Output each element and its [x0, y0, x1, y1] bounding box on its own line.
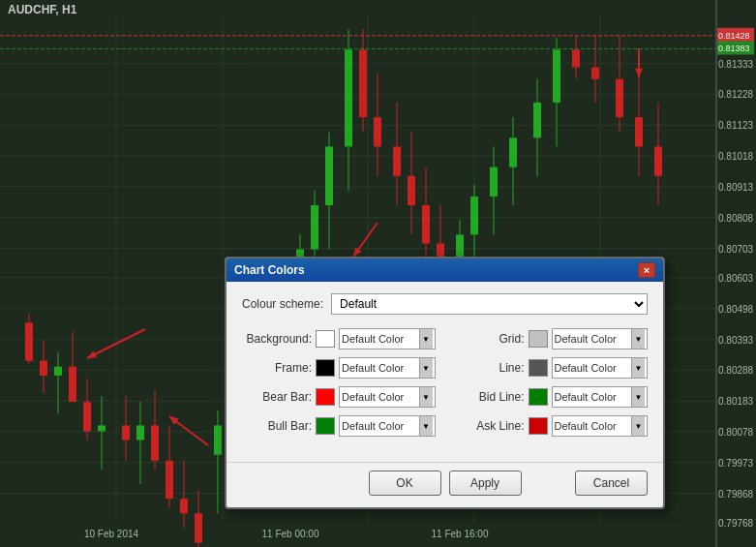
bid-line-dropdown-arrow: ▼ [631, 387, 645, 407]
dialog-close-button[interactable]: × [638, 262, 655, 278]
bid-line-label: Bid Line: [455, 390, 525, 404]
dialog-footer: OK Apply Cancel [227, 462, 663, 507]
frame-label: Frame: [242, 361, 312, 375]
ask-line-dropdown-arrow: ▼ [631, 416, 645, 436]
ok-button[interactable]: OK [369, 471, 441, 496]
bid-line-dropdown[interactable]: Default Color ▼ [552, 386, 649, 408]
bear-bar-dropdown[interactable]: Default Color ▼ [339, 386, 436, 408]
bull-bar-row: Bull Bar: Default Color ▼ [242, 415, 436, 437]
scheme-label: Colour scheme: [242, 297, 323, 311]
chart-container: Chart Colors × Colour scheme: Default Ba… [0, 0, 756, 547]
color-grid: Background: Default Color ▼ Grid: Defaul… [242, 328, 648, 437]
bull-bar-dropdown[interactable]: Default Color ▼ [339, 415, 436, 437]
background-swatch[interactable] [316, 330, 335, 348]
bear-bar-label: Bear Bar: [242, 390, 312, 404]
bull-bar-label: Bull Bar: [242, 419, 312, 433]
frame-swatch[interactable] [316, 359, 335, 377]
background-dropdown[interactable]: Default Color ▼ [339, 328, 436, 349]
bull-bar-swatch[interactable] [316, 417, 335, 435]
bear-bar-swatch[interactable] [316, 388, 335, 406]
grid-swatch[interactable] [529, 330, 548, 348]
grid-label: Grid: [455, 332, 525, 346]
line-dropdown-arrow: ▼ [631, 358, 645, 378]
dialog-titlebar: Chart Colors × [227, 258, 663, 282]
ask-line-swatch[interactable] [529, 417, 548, 435]
bid-line-row: Bid Line: Default Color ▼ [455, 386, 649, 408]
dialog-body: Colour scheme: Default Background: Defau… [227, 282, 663, 462]
scheme-row: Colour scheme: Default [242, 293, 648, 315]
background-dropdown-arrow: ▼ [419, 329, 433, 349]
cancel-button[interactable]: Cancel [575, 471, 648, 496]
grid-dropdown[interactable]: Default Color ▼ [552, 328, 649, 349]
ask-line-label: Ask Line: [455, 419, 525, 433]
apply-button[interactable]: Apply [449, 471, 522, 496]
frame-dropdown-arrow: ▼ [419, 358, 433, 378]
background-row: Background: Default Color ▼ [242, 328, 436, 349]
grid-dropdown-arrow: ▼ [631, 329, 645, 349]
bid-line-swatch[interactable] [529, 388, 548, 406]
bull-bar-dropdown-arrow: ▼ [419, 416, 433, 436]
chart-colors-dialog: Chart Colors × Colour scheme: Default Ba… [225, 257, 665, 509]
dialog-title: Chart Colors [234, 263, 305, 277]
scheme-select[interactable]: Default [331, 293, 648, 315]
line-swatch[interactable] [529, 359, 548, 377]
ask-line-row: Ask Line: Default Color ▼ [455, 415, 649, 437]
line-row: Line: Default Color ▼ [455, 357, 649, 379]
background-label: Background: [242, 332, 312, 346]
frame-dropdown[interactable]: Default Color ▼ [339, 357, 436, 379]
line-dropdown[interactable]: Default Color ▼ [552, 357, 649, 379]
grid-row: Grid: Default Color ▼ [455, 328, 649, 349]
line-label: Line: [455, 361, 525, 375]
ask-line-dropdown[interactable]: Default Color ▼ [552, 415, 649, 437]
bear-bar-dropdown-arrow: ▼ [419, 387, 433, 407]
frame-row: Frame: Default Color ▼ [242, 357, 436, 379]
bear-bar-row: Bear Bar: Default Color ▼ [242, 386, 436, 408]
